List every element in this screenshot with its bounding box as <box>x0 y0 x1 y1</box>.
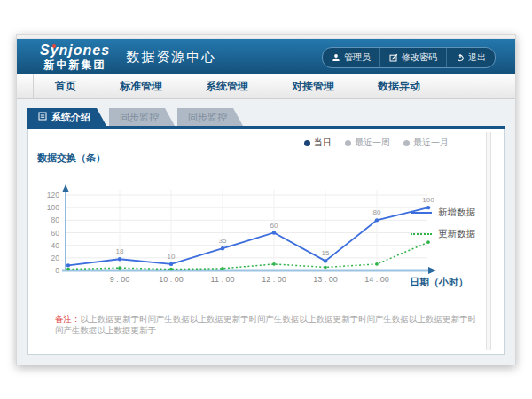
filter-label: 最近一月 <box>413 137 449 149</box>
document-icon <box>38 112 47 122</box>
svg-text:35: 35 <box>219 237 227 245</box>
nav-item-system-mgmt[interactable]: 系统管理 <box>184 74 270 98</box>
svg-text:0: 0 <box>55 266 59 275</box>
tab-sync-monitor-2[interactable]: 同步监控 <box>177 108 243 126</box>
logout-button[interactable]: 退出 <box>446 48 495 67</box>
nav-item-interface-mgmt[interactable]: 对接管理 <box>270 74 356 98</box>
admin-user-label: 管理员 <box>344 51 371 64</box>
svg-text:100: 100 <box>47 203 59 212</box>
svg-text:80: 80 <box>373 208 381 216</box>
series-legend: 新增数据 更新数据 <box>411 207 475 249</box>
logout-label: 退出 <box>468 51 486 64</box>
svg-text:9 : 00: 9 : 00 <box>110 275 130 284</box>
blue-line-sample <box>411 212 432 214</box>
legend-label: 新增数据 <box>438 207 475 219</box>
filter-label: 最近一周 <box>355 137 390 149</box>
tab-system-intro[interactable]: 系统介绍 <box>27 108 106 126</box>
svg-text:14 : 00: 14 : 00 <box>364 275 389 284</box>
footnote-text: 以上数据更新于时间产生数据以上数据更新于时间产生数据以上数据更新于时间产生数据以… <box>55 314 476 335</box>
filter-today[interactable]: 当日 <box>304 137 332 149</box>
svg-text:80: 80 <box>51 215 60 224</box>
power-icon <box>456 53 465 62</box>
nav-item-home[interactable]: 首页 <box>33 74 98 98</box>
svg-text:60: 60 <box>51 229 60 238</box>
tab-sync-monitor-1[interactable]: 同步监控 <box>109 108 175 126</box>
radio-dot <box>403 140 410 146</box>
change-password-label: 修改密码 <box>402 51 437 64</box>
svg-text:13 : 00: 13 : 00 <box>313 275 338 284</box>
filter-last-week[interactable]: 最近一周 <box>345 137 390 149</box>
panel-scrollbar[interactable] <box>486 132 491 350</box>
header: Synjones 新中新集团 数据资源中心 管理员 修改密码 退出 <box>17 39 515 74</box>
green-line-sample <box>411 233 432 235</box>
header-actions: 管理员 修改密码 退出 <box>322 47 496 68</box>
footnote-prefix: 备注： <box>55 314 81 324</box>
nav-item-standard-mgmt[interactable]: 标准管理 <box>98 74 184 98</box>
chart-panel: 当日 最近一周 最近一月 数据交换（条） 0204060801001209 : … <box>27 129 505 355</box>
svg-text:20: 20 <box>51 254 60 262</box>
legend-updated-data[interactable]: 更新数据 <box>411 228 475 240</box>
x-axis-title: 日期（小时） <box>410 276 468 289</box>
svg-text:10: 10 <box>168 253 176 261</box>
filter-last-month[interactable]: 最近一月 <box>403 137 449 149</box>
legend-label: 更新数据 <box>438 228 475 240</box>
edit-icon <box>389 53 398 62</box>
tab-label: 同步监控 <box>120 111 159 124</box>
logo: Synjones 新中新集团 <box>40 43 110 70</box>
svg-text:60: 60 <box>270 222 278 230</box>
radio-dot <box>304 140 310 146</box>
tab-label: 同步监控 <box>188 111 227 124</box>
content-area: 系统介绍 同步监控 同步监控 当日 最近一周 <box>17 99 515 365</box>
tabs-row: 系统介绍 同步监控 同步监控 <box>27 108 505 126</box>
page-background: { "window": { "logo_en": "Synjones", "lo… <box>0 0 532 399</box>
svg-text:12 : 00: 12 : 00 <box>262 275 286 284</box>
app-window: Synjones 新中新集团 数据资源中心 管理员 修改密码 退出 首页 标准管… <box>16 34 516 365</box>
logo-text-en: Synjones <box>40 43 110 58</box>
filter-label: 当日 <box>314 137 332 149</box>
admin-user-button[interactable]: 管理员 <box>323 48 379 67</box>
radio-dot <box>345 140 351 146</box>
user-icon <box>332 53 340 62</box>
y-axis-title: 数据交换（条） <box>37 152 106 165</box>
footnote: 备注：以上数据更新于时间产生数据以上数据更新于时间产生数据以上数据更新于时间产生… <box>55 314 482 337</box>
app-title: 数据资源中心 <box>126 49 216 66</box>
svg-text:40: 40 <box>51 241 60 250</box>
line-chart: 0204060801001209 : 0010 : 0011 : 0012 : … <box>30 166 456 299</box>
svg-text:120: 120 <box>47 191 59 200</box>
svg-text:18: 18 <box>116 247 124 255</box>
svg-text:11 : 00: 11 : 00 <box>211 275 235 284</box>
tab-label: 系统介绍 <box>51 111 90 124</box>
svg-text:10 : 00: 10 : 00 <box>159 275 184 284</box>
main-nav: 首页 标准管理 系统管理 对接管理 数据异动 <box>17 74 515 99</box>
change-password-button[interactable]: 修改密码 <box>379 48 446 67</box>
logo-red-dot <box>52 44 56 48</box>
time-range-filters: 当日 最近一周 最近一月 <box>304 137 449 149</box>
svg-text:100: 100 <box>422 196 434 204</box>
svg-text:15: 15 <box>322 249 330 257</box>
chart-area: 0204060801001209 : 0010 : 0011 : 0012 : … <box>30 166 456 299</box>
logo-text-cn: 新中新集团 <box>40 59 110 70</box>
legend-new-data[interactable]: 新增数据 <box>411 207 475 219</box>
nav-item-data-change[interactable]: 数据异动 <box>356 74 442 98</box>
